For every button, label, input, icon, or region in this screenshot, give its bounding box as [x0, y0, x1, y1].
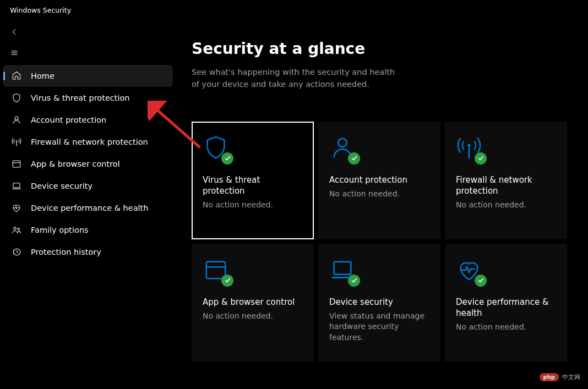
nav-item-performance[interactable]: Device performance & health — [3, 197, 173, 219]
nav-item-firewall[interactable]: Firewall & network protection — [3, 131, 173, 153]
card-status: No action needed. — [456, 200, 556, 211]
card-title: Virus & threat protection — [203, 174, 303, 197]
watermark-badge: php — [540, 373, 559, 381]
card-virus[interactable]: Virus & threat protection No action need… — [192, 122, 314, 239]
card-firewall[interactable]: Firewall & network protection No action … — [445, 122, 567, 239]
nav-item-history[interactable]: Protection history — [3, 241, 173, 263]
card-title: Account protection — [329, 174, 429, 185]
card-device-security[interactable]: Device security View status and manage h… — [318, 244, 440, 361]
check-badge-icon — [221, 275, 233, 287]
card-app-browser[interactable]: App & browser control No action needed. — [192, 244, 314, 361]
window-icon — [11, 158, 22, 169]
card-status: View status and manage hardware security… — [329, 311, 429, 343]
card-performance[interactable]: Device performance & health No action ne… — [445, 244, 567, 361]
nav-item-account[interactable]: Account protection — [3, 109, 173, 131]
sidebar: Home Virus & threat protection Account p… — [0, 20, 176, 389]
card-title: Device security — [329, 297, 429, 308]
card-grid: Virus & threat protection No action need… — [192, 122, 573, 361]
card-status: No action needed. — [456, 322, 556, 333]
page-title: Security at a glance — [192, 40, 573, 58]
history-icon — [11, 246, 22, 257]
nav-label: Virus & threat protection — [31, 94, 130, 102]
shield-icon — [11, 92, 22, 103]
watermark-text: 中文网 — [562, 373, 580, 381]
watermark: php 中文网 — [540, 373, 580, 381]
card-account[interactable]: Account protection No action needed. — [318, 122, 440, 239]
card-title: App & browser control — [203, 297, 303, 308]
nav-label: Home — [31, 72, 55, 80]
nav-label: Family options — [31, 226, 89, 234]
back-button[interactable] — [3, 22, 25, 42]
family-icon — [11, 224, 22, 235]
check-badge-icon — [221, 152, 233, 165]
nav-item-family[interactable]: Family options — [3, 219, 173, 241]
card-status: No action needed. — [203, 311, 303, 322]
nav-label: Protection history — [31, 248, 101, 256]
nav-label: Firewall & network protection — [31, 138, 148, 146]
laptop-icon — [11, 180, 22, 191]
nav-label: Device security — [31, 182, 92, 190]
check-badge-icon — [348, 275, 360, 287]
home-icon — [11, 70, 22, 81]
heart-icon — [11, 202, 22, 213]
antenna-icon — [11, 136, 22, 147]
nav-item-virus[interactable]: Virus & threat protection — [3, 87, 173, 109]
hamburger-button[interactable] — [3, 43, 25, 63]
nav-item-home[interactable]: Home — [3, 65, 173, 87]
app-title: Windows Security — [0, 0, 588, 20]
check-badge-icon — [475, 275, 487, 287]
nav-item-device-security[interactable]: Device security — [3, 175, 173, 197]
nav-label: App & browser control — [31, 160, 120, 168]
person-icon — [11, 114, 22, 125]
page-subtitle: See what's happening with the security a… — [192, 67, 401, 91]
card-status: No action needed. — [329, 189, 429, 200]
nav-item-app-browser[interactable]: App & browser control — [3, 153, 173, 175]
card-status: No action needed. — [203, 200, 303, 211]
check-badge-icon — [348, 152, 360, 165]
check-badge-icon — [475, 152, 487, 165]
nav-label: Device performance & health — [31, 204, 149, 212]
card-title: Device performance & health — [456, 297, 556, 319]
main-content: Security at a glance See what's happenin… — [176, 20, 588, 389]
card-title: Firewall & network protection — [456, 174, 556, 197]
nav-label: Account protection — [31, 116, 106, 124]
nav-list: Home Virus & threat protection Account p… — [0, 65, 176, 263]
